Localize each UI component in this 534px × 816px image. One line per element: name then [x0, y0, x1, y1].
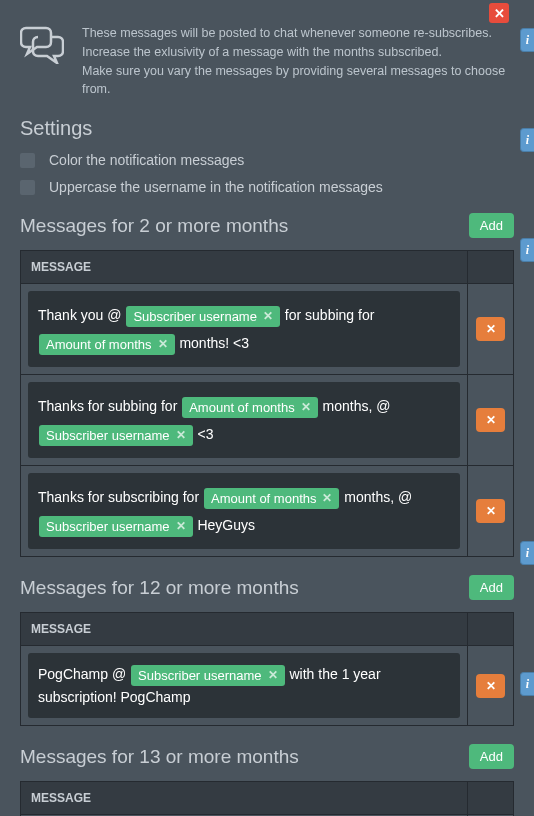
- header: These messages will be posted to chat wh…: [20, 24, 514, 99]
- table-row: Thanks for subbing for Amount of months …: [20, 375, 514, 466]
- message-text: HeyGuys: [197, 517, 255, 533]
- pill-label: Subscriber username: [133, 309, 257, 325]
- message-text: for subbing for: [285, 307, 375, 323]
- checkbox-icon: [20, 180, 35, 195]
- pill-label: Amount of months: [46, 337, 152, 353]
- variable-pill-subscriber-username[interactable]: Subscriber username ✕: [39, 425, 193, 447]
- column-header-actions: [468, 250, 514, 284]
- pill-label: Amount of months: [211, 491, 317, 507]
- pill-remove-icon[interactable]: ✕: [176, 428, 186, 442]
- pill-remove-icon[interactable]: ✕: [176, 519, 186, 533]
- group-title: Messages for 13 or more months: [20, 746, 299, 768]
- messages-table: MESSAGE PogChamp @ Subscriber username ✕…: [20, 612, 514, 726]
- variable-pill-amount-of-months[interactable]: Amount of months ✕: [204, 488, 340, 510]
- column-header-actions: [468, 612, 514, 646]
- header-text: These messages will be posted to chat wh…: [82, 24, 514, 99]
- message-input[interactable]: PogChamp @ Subscriber username ✕ with th…: [28, 653, 460, 718]
- action-cell: ✕: [468, 466, 514, 557]
- message-text: Thank you @: [38, 307, 121, 323]
- pill-remove-icon[interactable]: ✕: [322, 491, 332, 505]
- column-header-message: MESSAGE: [20, 781, 468, 815]
- message-cell: Thanks for subbing for Amount of months …: [20, 375, 468, 466]
- pill-label: Amount of months: [189, 400, 295, 416]
- checkbox-label: Uppercase the username in the notificati…: [49, 179, 383, 195]
- header-line: Make sure you vary the messages by provi…: [82, 62, 514, 100]
- group-header: Messages for 13 or more months Add: [20, 744, 514, 769]
- info-tab[interactable]: i: [520, 672, 534, 696]
- messages-table: MESSAGE Thank you @ Subscriber username …: [20, 250, 514, 557]
- chat-icon: [20, 24, 64, 99]
- pill-label: Subscriber username: [46, 428, 170, 444]
- pill-remove-icon[interactable]: ✕: [263, 309, 273, 323]
- info-tab[interactable]: i: [520, 128, 534, 152]
- delete-button[interactable]: ✕: [476, 499, 505, 523]
- variable-pill-subscriber-username[interactable]: Subscriber username ✕: [126, 306, 280, 328]
- checkbox-uppercase-username[interactable]: Uppercase the username in the notificati…: [20, 179, 514, 195]
- pill-label: Subscriber username: [46, 519, 170, 535]
- group-header: Messages for 12 or more months Add: [20, 575, 514, 600]
- message-text: <3: [197, 426, 213, 442]
- pill-remove-icon[interactable]: ✕: [158, 337, 168, 351]
- info-tab[interactable]: i: [520, 541, 534, 565]
- header-line: Increase the exlusivity of a message wit…: [82, 43, 514, 62]
- add-button[interactable]: Add: [469, 744, 514, 769]
- column-header-actions: [468, 781, 514, 815]
- message-cell: PogChamp @ Subscriber username ✕ with th…: [20, 646, 468, 726]
- header-line: These messages will be posted to chat wh…: [82, 24, 514, 43]
- column-header-message: MESSAGE: [20, 612, 468, 646]
- message-cell: Thanks for subscribing for Amount of mon…: [20, 466, 468, 557]
- settings-title: Settings: [20, 117, 514, 140]
- message-text: PogChamp @: [38, 666, 126, 682]
- table-header: MESSAGE: [20, 612, 514, 646]
- messages-table: MESSAGE @ Subscriber username ✕ with the…: [20, 781, 514, 816]
- pill-remove-icon[interactable]: ✕: [268, 668, 278, 682]
- variable-pill-subscriber-username[interactable]: Subscriber username ✕: [131, 665, 285, 687]
- variable-pill-subscriber-username[interactable]: Subscriber username ✕: [39, 516, 193, 538]
- table-row: Thanks for subscribing for Amount of mon…: [20, 466, 514, 557]
- checkbox-color-messages[interactable]: Color the notification messages: [20, 152, 514, 168]
- add-button[interactable]: Add: [469, 575, 514, 600]
- action-cell: ✕: [468, 375, 514, 466]
- message-cell: Thank you @ Subscriber username ✕ for su…: [20, 284, 468, 375]
- delete-button[interactable]: ✕: [476, 408, 505, 432]
- message-text: months, @: [344, 489, 412, 505]
- message-text: months! <3: [179, 335, 249, 351]
- table-header: MESSAGE: [20, 250, 514, 284]
- checkbox-label: Color the notification messages: [49, 152, 244, 168]
- message-text: months, @: [323, 398, 391, 414]
- checkbox-icon: [20, 153, 35, 168]
- info-tab[interactable]: i: [520, 238, 534, 262]
- message-input[interactable]: Thanks for subbing for Amount of months …: [28, 382, 460, 458]
- variable-pill-amount-of-months[interactable]: Amount of months ✕: [182, 397, 318, 419]
- delete-button[interactable]: ✕: [476, 674, 505, 698]
- add-button[interactable]: Add: [469, 213, 514, 238]
- action-cell: ✕: [468, 646, 514, 726]
- group-title: Messages for 12 or more months: [20, 577, 299, 599]
- column-header-message: MESSAGE: [20, 250, 468, 284]
- pill-label: Subscriber username: [138, 668, 262, 684]
- table-row: Thank you @ Subscriber username ✕ for su…: [20, 284, 514, 375]
- close-button[interactable]: ✕: [489, 3, 509, 23]
- group-title: Messages for 2 or more months: [20, 215, 288, 237]
- message-input[interactable]: Thanks for subscribing for Amount of mon…: [28, 473, 460, 549]
- pill-remove-icon[interactable]: ✕: [301, 400, 311, 414]
- table-row: PogChamp @ Subscriber username ✕ with th…: [20, 646, 514, 726]
- message-text: Thanks for subscribing for: [38, 489, 199, 505]
- delete-button[interactable]: ✕: [476, 317, 505, 341]
- action-cell: ✕: [468, 284, 514, 375]
- group-header: Messages for 2 or more months Add: [20, 213, 514, 238]
- table-header: MESSAGE: [20, 781, 514, 815]
- message-input[interactable]: Thank you @ Subscriber username ✕ for su…: [28, 291, 460, 367]
- variable-pill-amount-of-months[interactable]: Amount of months ✕: [39, 334, 175, 356]
- message-text: Thanks for subbing for: [38, 398, 177, 414]
- info-tab[interactable]: i: [520, 28, 534, 52]
